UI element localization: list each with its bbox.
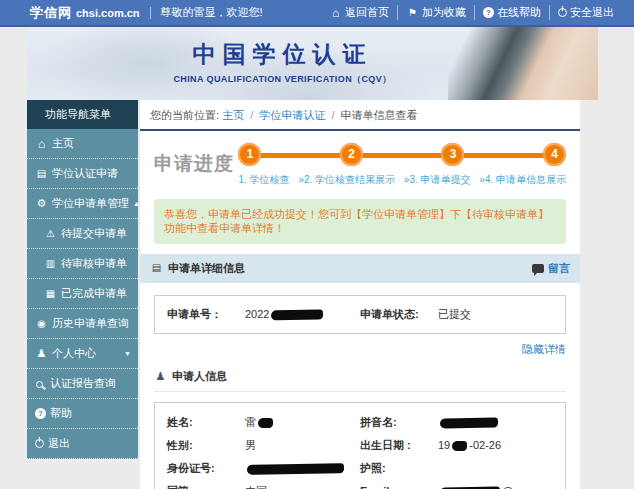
sidebar-item-degree-application[interactable]: 学位认证申请 <box>27 159 138 189</box>
table-icon <box>150 263 163 273</box>
step-label-3: 3. 申请单提交 » <box>409 173 484 187</box>
redaction-bar <box>452 441 467 451</box>
step-label-text: 2. 学位核查结果展示 <box>304 174 395 185</box>
logout-link[interactable]: 安全退出 <box>549 5 622 20</box>
sidebar-item-label: 历史申请单查询 <box>52 316 129 331</box>
banner-title: 中国学位认证 <box>147 39 418 70</box>
breadcrumb-section-link[interactable]: 学位申请认证 <box>259 109 325 121</box>
document-icon <box>35 169 48 179</box>
divider <box>150 7 151 19</box>
step-label-1: 1. 学位核查 » <box>238 173 303 187</box>
sidebar-item-personal-center[interactable]: 个人中心 <box>27 339 138 369</box>
applicant-fields-box: 姓名: 雷 拼音名: 性别: 男 出生日期 : 19-02-26 身份证号: <box>154 402 566 489</box>
banner-titles: 中国学位认证 CHINA QUALIFICATION VERIFICATION（… <box>147 39 418 86</box>
sidebar-item-help[interactable]: 帮助 <box>27 399 138 429</box>
sidebar-item-label: 学位认证申请 <box>52 166 118 181</box>
home-link-label: 返回首页 <box>345 5 389 20</box>
order-status-pair: 申请单状态: 已提交 <box>360 307 553 322</box>
speech-bubble-icon <box>532 264 544 273</box>
field-label: 身份证号: <box>167 461 245 476</box>
field-name: 姓名: 雷 <box>167 411 360 434</box>
warning-icon <box>44 229 57 239</box>
sidebar-item-application-management[interactable]: 学位申请单管理 <box>27 189 138 219</box>
sidebar: 功能导航菜单 主页 学位认证申请 学位申请单管理 待提交申请单 待审核申请单 已… <box>27 100 138 459</box>
breadcrumb-prefix: 您的当前位置: <box>150 109 219 121</box>
history-icon <box>35 319 48 329</box>
field-label: 护照: <box>360 461 438 476</box>
field-value: 男 <box>245 438 256 453</box>
step-label-text: 3. 申请单提交 <box>409 174 470 185</box>
redaction-bar <box>258 418 273 428</box>
logout-label: 安全退出 <box>570 5 614 20</box>
detail-body: 申请单号： 2022 申请单状态: 已提交 隐藏详情 申请人信息 <box>140 283 580 489</box>
site-logo[interactable]: 学信网 <box>30 4 72 22</box>
field-pinyin: 拼音名: <box>360 411 553 434</box>
cart-icon <box>44 259 57 269</box>
briefcase-icon <box>44 289 57 299</box>
main-layout: 功能导航菜单 主页 学位认证申请 学位申请单管理 待提交申请单 待审核申请单 已… <box>27 100 634 489</box>
sidebar-item-label: 已完成申请单 <box>61 286 127 301</box>
banner-subtitle: CHINA QUALIFICATION VERIFICATION（CQV） <box>147 73 418 86</box>
sidebar-item-label: 个人中心 <box>52 346 96 361</box>
breadcrumb-home-link[interactable]: 主页 <box>222 109 244 121</box>
step-circle-3: 3 <box>441 143 464 166</box>
bookmark-link[interactable]: 加为收藏 <box>397 5 474 20</box>
sidebar-header: 功能导航菜单 <box>27 100 138 129</box>
sidebar-item-label: 待审核申请单 <box>61 256 127 271</box>
user-greeting: 尊敬的雷显，欢迎您! <box>161 5 263 20</box>
chevron-down-icon <box>124 350 133 357</box>
detail-section-header: 申请单详细信息 留言 <box>140 254 580 283</box>
home-icon <box>35 138 48 150</box>
online-help-link[interactable]: 在线帮助 <box>474 5 549 20</box>
gear-icon <box>35 198 48 209</box>
applicant-section-title: 申请人信息 <box>172 369 227 384</box>
bookmark-link-label: 加为收藏 <box>422 5 466 20</box>
sidebar-item-completed[interactable]: 已完成申请单 <box>27 279 138 309</box>
hide-details-link[interactable]: 隐藏详情 <box>522 343 566 355</box>
progress-steps: 1 2 3 4 1. 学位核查 » 2. 学位核查结果展示 » <box>238 143 566 187</box>
home-link[interactable]: 返回首页 <box>321 5 397 20</box>
redaction-bar <box>440 418 498 429</box>
sidebar-item-home[interactable]: 主页 <box>27 129 138 159</box>
field-value <box>438 416 500 428</box>
breadcrumb-current: 申请单信息查看 <box>341 109 418 121</box>
sidebar-item-label: 帮助 <box>50 406 72 421</box>
field-label: 国籍: <box>167 484 245 489</box>
breadcrumb-separator: / <box>331 109 334 121</box>
redaction-bar <box>247 463 344 475</box>
field-label: 姓名: <box>167 415 245 430</box>
step-circle-4: 4 <box>543 143 566 166</box>
hide-details-row: 隐藏详情 <box>154 334 566 361</box>
message-link[interactable]: 留言 <box>532 261 570 276</box>
field-label: 出生日期 : <box>360 438 438 453</box>
step-label-text: 4. 申请单信息展示 <box>485 174 566 185</box>
help-icon <box>35 408 46 419</box>
bookmark-icon <box>406 8 419 18</box>
order-status-value: 已提交 <box>438 307 471 322</box>
sidebar-item-label: 认证报告查询 <box>50 376 116 391</box>
step-circle-1: 1 <box>238 143 261 166</box>
sidebar-item-pending-review[interactable]: 待审核申请单 <box>27 249 138 279</box>
field-value: 雷 <box>245 415 275 430</box>
field-value: 中国 <box>245 484 267 489</box>
person-icon <box>35 348 48 359</box>
top-bar: 学信网 chsi.com.cn 尊敬的雷显，欢迎您! 返回首页 加为收藏 在线帮… <box>0 0 634 27</box>
order-number-value: 2022 <box>245 308 325 320</box>
power-icon <box>35 439 44 448</box>
field-label: Email : <box>360 485 438 489</box>
order-number-label: 申请单号： <box>167 307 245 322</box>
field-label: 拼音名: <box>360 415 438 430</box>
banner-photo <box>448 27 598 100</box>
step-label-4: 4. 申请单信息展示 <box>485 173 566 187</box>
search-icon <box>36 381 43 388</box>
sidebar-item-exit[interactable]: 退出 <box>27 429 138 459</box>
sidebar-item-report-query[interactable]: 认证报告查询 <box>27 369 138 399</box>
sidebar-item-history-query[interactable]: 历史申请单查询 <box>27 309 138 339</box>
breadcrumb: 您的当前位置: 主页 / 学位申请认证 / 申请单信息查看 <box>140 100 580 131</box>
sidebar-item-label: 退出 <box>48 436 70 451</box>
sidebar-item-pending-submit[interactable]: 待提交申请单 <box>27 219 138 249</box>
site-domain: chsi.com.cn <box>76 7 140 19</box>
field-value: 19-02-26 <box>438 439 501 451</box>
field-nationality: 国籍: 中国 <box>167 480 360 489</box>
sidebar-item-label: 待提交申请单 <box>61 226 127 241</box>
